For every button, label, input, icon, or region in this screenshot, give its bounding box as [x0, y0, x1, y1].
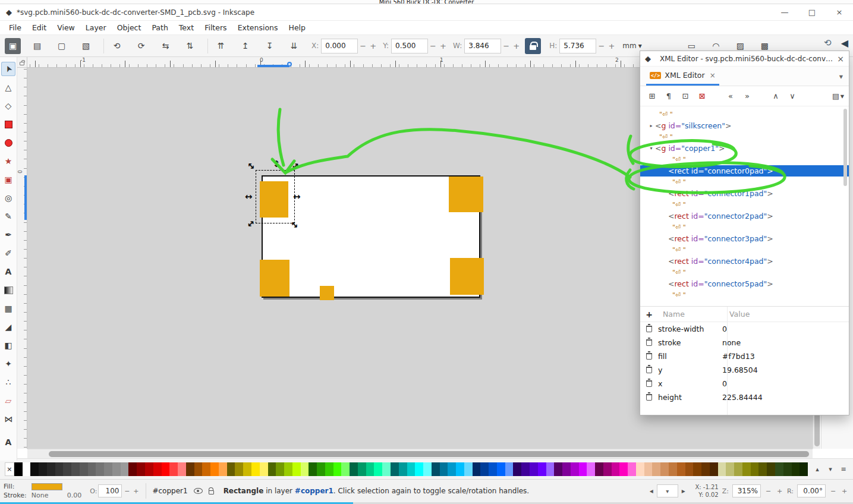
palette-swatch[interactable]: [628, 462, 636, 476]
menu-item[interactable]: Filters: [199, 21, 232, 34]
palette-swatch[interactable]: [783, 462, 792, 476]
horizontal-scrollbar[interactable]: [27, 449, 813, 458]
palette-swatch[interactable]: [153, 462, 162, 476]
close-button[interactable]: ×: [826, 4, 853, 20]
attribute-row[interactable]: stroke-width 0: [640, 322, 849, 336]
palette-swatch[interactable]: [546, 462, 555, 476]
spray-tool[interactable]: ∴: [1, 375, 15, 389]
palette-swatch[interactable]: [55, 462, 64, 476]
palette-swatch[interactable]: [792, 462, 800, 476]
rotate-ccw-button[interactable]: ⟲: [109, 38, 125, 54]
new-text-node-button[interactable]: ¶: [662, 89, 676, 103]
palette-swatch[interactable]: [121, 462, 129, 476]
attribute-row[interactable]: height 225.84444: [640, 390, 849, 404]
palette-swatch[interactable]: [128, 462, 137, 476]
status-layer-link[interactable]: #copper1: [295, 487, 333, 495]
menu-item[interactable]: Edit: [27, 21, 52, 34]
layer-visibility-eye-icon[interactable]: [194, 488, 203, 494]
palette-swatch[interactable]: [350, 462, 358, 476]
palette-swatch[interactable]: [456, 462, 464, 476]
palette-swatch[interactable]: [423, 462, 432, 476]
palette-swatch[interactable]: [260, 462, 268, 476]
attribute-value[interactable]: none: [715, 338, 741, 347]
palette-swatch[interactable]: [758, 462, 767, 476]
no-color-swatch[interactable]: ×: [5, 462, 14, 476]
attribute-value[interactable]: 0: [715, 379, 727, 388]
palette-swatch[interactable]: [325, 462, 333, 476]
palette-swatch[interactable]: [71, 462, 80, 476]
delete-attribute-icon[interactable]: [646, 353, 652, 360]
palette-swatch[interactable]: [775, 462, 783, 476]
stroke-value[interactable]: None: [32, 492, 62, 499]
raise-button[interactable]: ↥: [237, 38, 253, 54]
select-all-layers-button[interactable]: ▤: [29, 38, 45, 54]
current-layer-name[interactable]: #copper1: [152, 487, 187, 495]
palette-swatch[interactable]: [374, 462, 382, 476]
palette-swatch[interactable]: [619, 462, 628, 476]
fill-swatch[interactable]: [32, 483, 62, 490]
xml-text-node[interactable]: "⏎ ": [640, 199, 849, 210]
copper-pad-1[interactable]: [449, 177, 483, 212]
ruler-corner[interactable]: [17, 57, 27, 68]
attribute-name[interactable]: x: [652, 379, 715, 388]
y-input[interactable]: 0.500: [391, 39, 428, 53]
palette-swatch[interactable]: [137, 462, 145, 476]
y-increment-button[interactable]: +: [438, 39, 448, 53]
selector-tool[interactable]: ➤: [1, 62, 15, 76]
palette-swatch[interactable]: [63, 462, 71, 476]
xml-node-connector2pad[interactable]: <rect id="connector2pad">: [640, 210, 849, 222]
height-decrement-button[interactable]: −: [596, 39, 606, 53]
flip-horizontal-button[interactable]: ⇆: [158, 38, 174, 54]
palette-swatch[interactable]: [178, 462, 186, 476]
palette-swatch[interactable]: [669, 462, 677, 476]
deselect-button[interactable]: ▢: [53, 38, 70, 54]
palette-swatch[interactable]: [538, 462, 546, 476]
palette-swatch[interactable]: [464, 462, 473, 476]
attribute-name[interactable]: stroke-width: [652, 325, 715, 333]
delete-attribute-icon[interactable]: [646, 339, 652, 346]
move-node-up-button[interactable]: ∧: [769, 89, 783, 103]
opacity-increment-button[interactable]: +: [132, 484, 140, 497]
units-dropdown[interactable]: mm ▾: [622, 42, 641, 50]
palette-swatch[interactable]: [530, 462, 538, 476]
ellipse-tool[interactable]: [1, 136, 15, 150]
zoom-input[interactable]: 315%: [732, 484, 761, 497]
fill-stroke-indicator[interactable]: Fill: Stroke: None 0.00: [0, 482, 81, 500]
expander-icon[interactable]: ▾: [647, 146, 655, 151]
rotation-increment-button[interactable]: +: [841, 484, 848, 497]
gradient-tool[interactable]: [1, 283, 15, 297]
xml-text-node[interactable]: "⏎ ": [640, 289, 849, 301]
move-node-down-button[interactable]: ∨: [785, 89, 800, 103]
attribute-row[interactable]: y 19.68504: [640, 363, 849, 377]
attribute-name[interactable]: stroke: [652, 338, 715, 347]
calligraphy-tool[interactable]: ✐: [1, 246, 15, 260]
palette-swatch[interactable]: [235, 462, 243, 476]
palette-swatch[interactable]: [432, 462, 440, 476]
xml-text-node[interactable]: "⏎ ": [640, 109, 849, 120]
palette-swatch[interactable]: [595, 462, 603, 476]
menu-item[interactable]: View: [52, 21, 80, 34]
text-tool[interactable]: A: [1, 264, 15, 279]
palette-swatch[interactable]: [660, 462, 669, 476]
tree-scroll-thumb[interactable]: [843, 109, 847, 186]
attribute-row[interactable]: fill #f7bd13: [640, 349, 849, 363]
palette-swatch[interactable]: [382, 462, 391, 476]
menu-item[interactable]: File: [4, 21, 27, 34]
add-attribute-button[interactable]: +: [640, 310, 658, 319]
xml-node-copper1[interactable]: ▾<g id="copper1">: [640, 143, 849, 154]
selection-box[interactable]: ↔↕↔↔↔↔↔: [256, 170, 295, 223]
menu-item[interactable]: Object: [112, 21, 147, 34]
tab-close-icon[interactable]: ×: [710, 71, 716, 80]
select-all-button[interactable]: ▣: [5, 38, 21, 54]
attribute-name[interactable]: fill: [652, 352, 715, 361]
height-increment-button[interactable]: +: [606, 39, 616, 53]
copper-pad-3[interactable]: [450, 258, 484, 295]
attribute-value[interactable]: 0: [715, 325, 727, 333]
tweak-tool[interactable]: ✦: [1, 357, 15, 371]
palette-swatch[interactable]: [30, 462, 39, 476]
snap-rotate-icon[interactable]: ⟲: [824, 37, 832, 49]
palette-swatch[interactable]: [80, 462, 88, 476]
node-tool[interactable]: △: [1, 80, 15, 94]
palette-swatch[interactable]: [513, 462, 521, 476]
rotation-decrement-button[interactable]: −: [829, 484, 837, 497]
